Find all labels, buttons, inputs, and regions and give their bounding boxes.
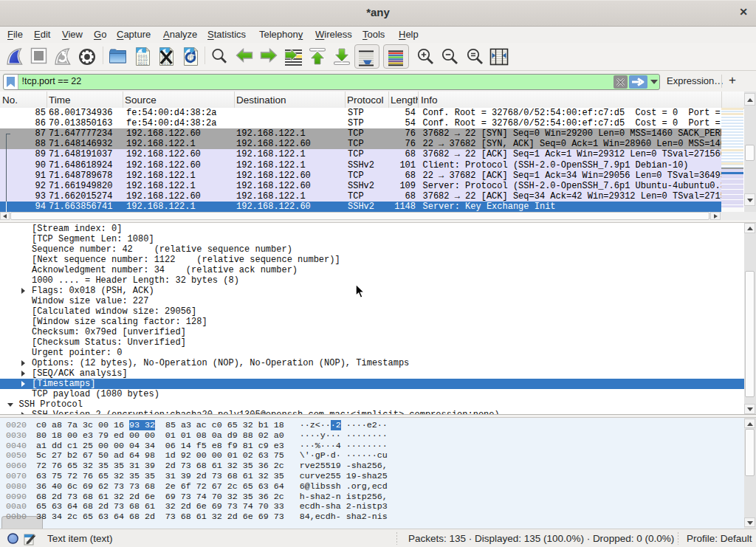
svg-text:0011: 0011 (138, 61, 148, 66)
